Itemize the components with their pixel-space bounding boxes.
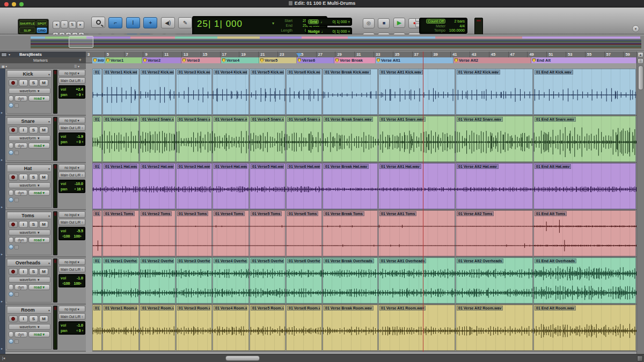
grid-mode-button[interactable]: GRID — [36, 27, 47, 33]
ruler-bar-39[interactable]: 39 — [431, 51, 451, 57]
marker-verse5[interactable]: Verse5 — [259, 57, 297, 63]
solo-button[interactable]: S — [29, 174, 38, 181]
solo-button[interactable]: S — [29, 79, 38, 86]
track-color-dot-icon[interactable] — [9, 150, 13, 155]
volume-row[interactable]: vol-1.0 — [61, 276, 83, 281]
solo-button[interactable]: S — [29, 221, 38, 228]
track-color-dot-icon[interactable] — [9, 197, 13, 202]
playlist-icon[interactable] — [14, 245, 19, 249]
io-input-button[interactable]: no input ▾ — [58, 70, 85, 76]
dyn-button[interactable]: dyn — [14, 284, 27, 290]
track-expand-arrow[interactable]: ▸ — [1, 205, 3, 209]
ruler-bar-9[interactable]: 9 — [143, 51, 163, 57]
track-lane-kick[interactable]: 01 In01 Verse1 Kick.wav01 Verse2 Kick.wa… — [92, 69, 636, 116]
track-view-selector[interactable]: waveform▾ — [9, 88, 50, 94]
grid-dropdown-icon[interactable]: ▾ — [348, 20, 350, 24]
marker-verse-alt2[interactable]: Verse Alt2 — [453, 57, 531, 63]
volume-row[interactable]: vol+2.4 — [61, 87, 83, 92]
track-name-dropdown-icon[interactable]: ▾ — [48, 214, 50, 218]
track-list-grid-icon[interactable]: ▦ ▾ — [2, 64, 7, 68]
scrubber-tool-button[interactable]: ◀) — [161, 17, 175, 28]
ruler-view-icon[interactable] — [1, 53, 7, 57]
ruler-bar-3[interactable]: 3 — [86, 51, 105, 57]
io-output-button[interactable]: Main Out L/R ↑ — [58, 77, 85, 84]
playlist-icon[interactable] — [14, 104, 19, 108]
play-button[interactable]: ▶ — [393, 18, 405, 28]
ruler-bar-17[interactable]: 17 — [221, 51, 240, 57]
elastic-audio-button[interactable] — [9, 190, 13, 196]
ruler-bar-55[interactable]: 55 — [586, 51, 605, 57]
io-output-button[interactable]: Main Out L/R ↑ — [58, 266, 85, 272]
track-color-dot-icon[interactable] — [9, 103, 13, 108]
count-off-label[interactable]: Count Off — [426, 19, 445, 24]
track-color-dot-icon[interactable] — [9, 292, 13, 297]
nudge-dropdown-icon[interactable]: ▾ — [348, 29, 350, 34]
meter-value[interactable]: 4/4 — [459, 24, 465, 29]
track-view-selector[interactable]: waveform▾ — [9, 324, 50, 330]
solo-button[interactable]: S — [29, 315, 38, 322]
track-expand-arrow[interactable]: ▸ — [1, 252, 3, 256]
selector-tool-button[interactable]: I — [126, 17, 140, 28]
zoom-arrow-button-3[interactable]: ▸ — [77, 21, 84, 29]
io-input-button[interactable]: no input ▾ — [58, 306, 85, 312]
playlist-icon[interactable] — [14, 151, 19, 155]
mute-button[interactable]: M — [39, 268, 48, 275]
marker-verse4[interactable]: Verse4 — [221, 57, 259, 63]
ruler-bar-21[interactable]: 21 — [259, 51, 278, 57]
grid-value[interactable]: 0| 1| 000 — [332, 20, 347, 24]
pan-row[interactable]: ‹100100› — [61, 234, 83, 239]
pan-row[interactable]: pan‹ 0 › — [61, 139, 83, 145]
shuffle-mode-button[interactable]: SHUFFLE — [19, 20, 35, 26]
ruler-bar-27[interactable]: 27 — [317, 51, 336, 57]
volume-row[interactable]: vol-1.0 — [61, 323, 83, 328]
input-monitor-button[interactable]: I — [19, 315, 28, 322]
spot-mode-button[interactable]: SPOT — [36, 20, 47, 26]
ruler-bar-47[interactable]: 47 — [509, 51, 528, 57]
trim-tool-button[interactable]: ⌐ — [108, 17, 122, 28]
playlist-icon[interactable] — [14, 339, 19, 344]
volume-row[interactable]: vol-1.9 — [61, 134, 83, 139]
ruler-bar-43[interactable]: 43 — [470, 51, 489, 57]
playlist-icon[interactable] — [14, 292, 19, 297]
volume-row[interactable]: vol-10.0 — [61, 181, 83, 187]
ruler-bar-29[interactable]: 29 — [335, 51, 355, 57]
nudge-label[interactable]: Nudge — [308, 29, 320, 33]
ruler-bar-41[interactable]: 41 — [451, 51, 470, 57]
elastic-audio-button[interactable] — [9, 95, 13, 101]
bars-beats-ruler[interactable]: ▾ Bars|Beats 357911131517192123252729313… — [0, 51, 644, 57]
ruler-bar-23[interactable]: 23 — [278, 51, 297, 57]
pencil-tool-button[interactable]: ✎ — [178, 17, 192, 28]
ruler-cells[interactable]: 3579111315171921232527293133353739414345… — [86, 51, 636, 57]
stop-button[interactable]: ■ — [378, 18, 390, 28]
track-name-dropdown-icon[interactable]: ▾ — [48, 167, 50, 171]
input-monitor-button[interactable]: I — [19, 221, 28, 228]
automation-mode-selector[interactable]: read ▾ — [28, 284, 50, 290]
dyn-button[interactable]: dyn — [14, 95, 27, 101]
count-off-value[interactable]: 2 bars — [455, 19, 465, 24]
io-input-button[interactable]: no input ▾ — [58, 211, 85, 218]
playlist-icon[interactable] — [14, 198, 19, 202]
automation-mode-selector[interactable]: read ▾ — [28, 95, 50, 101]
grabber-tool-button[interactable]: + — [143, 17, 157, 28]
track-name-dropdown-icon[interactable]: ▾ — [48, 308, 50, 312]
vertical-scrollbar[interactable]: ▲ ☰ — [636, 51, 644, 354]
marker-verse1[interactable]: Verse1 — [105, 57, 142, 63]
marker-verse6[interactable]: Verse6 — [297, 57, 334, 63]
elastic-audio-button[interactable] — [9, 237, 13, 243]
dyn-button[interactable]: dyn — [14, 143, 27, 149]
track-color-dot-icon[interactable] — [9, 245, 13, 249]
automation-mode-selector[interactable]: read ▾ — [28, 143, 50, 149]
counter-dropdown-icon[interactable]: ▾ — [272, 21, 274, 26]
record-enable-button[interactable] — [9, 79, 18, 86]
track-lane-room[interactable]: 01 In01 Verse1 Room.wav01 Verse2 Room.wa… — [92, 305, 636, 352]
pan-row[interactable]: pan‹ 0 › — [61, 92, 83, 98]
volume-row[interactable]: vol-5.5 — [61, 228, 83, 234]
scroll-left-edge-icon[interactable]: |◂ — [2, 356, 5, 360]
slip-mode-button[interactable]: SLIP — [19, 27, 35, 33]
marker-verse-alt1[interactable]: Verse Alt1 — [376, 57, 453, 63]
mute-button[interactable]: M — [39, 79, 48, 86]
zoom-arrow-button-0[interactable]: ◂ — [53, 21, 60, 29]
io-input-button[interactable]: no input ▾ — [58, 164, 85, 171]
track-name-bar[interactable]: Toms▾ — [8, 212, 51, 219]
zoom-arrow-button-1[interactable]: ≈ — [61, 20, 68, 28]
